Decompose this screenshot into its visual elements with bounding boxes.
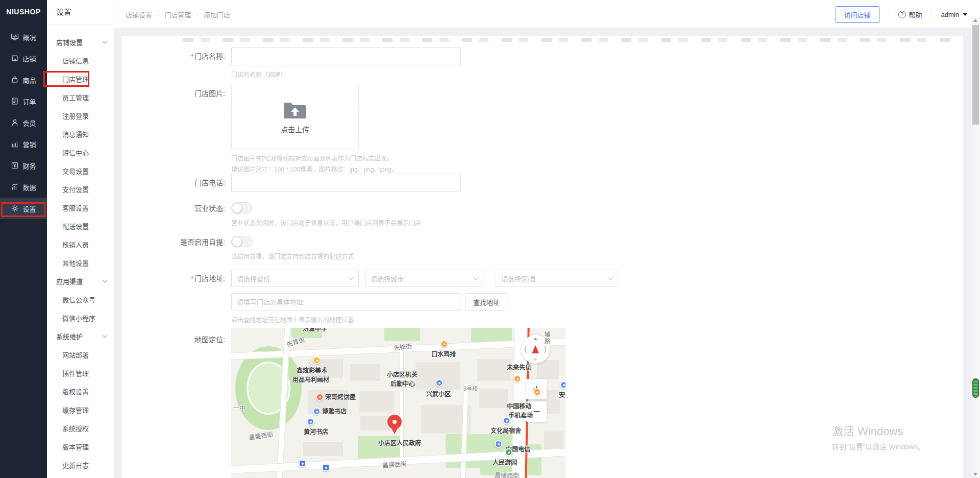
district-select[interactable]: 请选择区/县 <box>496 270 618 287</box>
sidebar-item-copyright[interactable]: 版权设置 <box>47 382 114 400</box>
sidebar-item-members[interactable]: 会员 <box>0 112 47 133</box>
sidebar-item-label: 版权设置 <box>62 387 89 396</box>
sidebar-item-system-license[interactable]: 系统授权 <box>47 419 114 437</box>
scrollbar-green-widget[interactable] <box>972 378 979 398</box>
top-header: 店铺设置 - 门店管理 - 添加门店 访问店铺 ? 帮助 admin <box>114 0 980 29</box>
sidebar-item-update-log[interactable]: 更新日志 <box>47 456 114 474</box>
sidebar-item-label: 设置 <box>22 204 36 213</box>
sidebar-item-label: 店铺 <box>22 54 36 63</box>
store-phone-input[interactable] <box>231 174 461 192</box>
app-window: NIUSHOP 概况店铺商品订单会员营销财务数据设置 设置 店铺设置店铺信息门店… <box>0 0 980 478</box>
sidebar-item-sms-center[interactable]: 短信中心 <box>47 143 114 161</box>
map-place-label: 人民游园 <box>493 458 517 466</box>
sidebar-item-other-settings[interactable]: 其他设置 <box>47 253 114 272</box>
sidebar-item-overview[interactable]: 概况 <box>0 26 47 47</box>
map-poi-marker <box>505 448 512 456</box>
map-canvas[interactable]: ( ) + − 汾潇中学先锋街先锋街口水鸡排未来先见鑫炫彩美术用品马利画材小店区… <box>231 328 566 478</box>
find-address-button[interactable]: 查找地址 <box>465 293 507 310</box>
self-pickup-toggle[interactable] <box>231 236 253 247</box>
breadcrumb-separator: - <box>196 11 198 18</box>
city-select[interactable]: 请选择城市 <box>365 270 483 287</box>
sidebar-item-delivery-settings[interactable]: 配送设置 <box>47 217 114 235</box>
sidebar-item-shop[interactable]: 店铺 <box>0 47 47 69</box>
store-phone-row: 门店电话: <box>122 174 951 192</box>
divider <box>932 10 932 18</box>
image-upload-box[interactable]: 点击上传 <box>231 85 359 149</box>
sidebar-item-label: 注册登录 <box>62 111 89 121</box>
sidebar-item-cache-manage[interactable]: 缓存管理 <box>47 400 114 419</box>
sidebar-item-orders[interactable]: 订单 <box>0 90 47 112</box>
toggle-knob <box>232 236 242 247</box>
sidebar-item-goods[interactable]: 商品 <box>0 69 47 90</box>
sidebar-item-label: 财务 <box>22 161 36 171</box>
sidebar-item-payment-settings[interactable]: 支付设置 <box>47 180 114 198</box>
map-pin[interactable] <box>387 415 402 436</box>
user-menu[interactable]: admin <box>941 11 968 18</box>
sidebar-item-trade-settings[interactable]: 交易设置 <box>47 161 114 180</box>
province-placeholder: 请选择省份 <box>237 274 270 283</box>
finance-icon <box>11 161 19 170</box>
sidebar-item-shop-info[interactable]: 店铺信息 <box>47 51 114 69</box>
sidebar-item-label: 客服设置 <box>62 203 89 212</box>
toggle-knob <box>232 203 242 213</box>
sidebar-item-store-management[interactable]: 门店管理 <box>47 69 114 88</box>
overview-icon <box>11 33 19 41</box>
sidebar-item-settings[interactable]: 设置 <box>0 198 47 219</box>
nav-group-label: 店铺设置 <box>56 37 83 47</box>
map-poi-marker <box>299 460 306 467</box>
nav-group-shop-settings[interactable]: 店铺设置 <box>47 33 114 51</box>
store-image-label: 门店图片: <box>122 85 231 173</box>
nav-group-app-channels[interactable]: 应用渠道 <box>47 272 114 290</box>
scrollbar-thumb[interactable] <box>972 25 979 125</box>
sidebar-item-label: 微信小程序 <box>62 313 95 323</box>
store-name-helper: 门店的名称（招牌） <box>231 70 951 79</box>
store-name-input[interactable] <box>231 47 461 65</box>
sidebar-item-verify-staff[interactable]: 核销人员 <box>47 235 114 253</box>
chevron-down-icon <box>963 13 968 16</box>
sidebar-item-marketing[interactable]: 营销 <box>0 133 47 155</box>
secondary-nav-title: 设置 <box>47 0 114 25</box>
map-place-label: 用品马利画材 <box>292 375 329 384</box>
province-select[interactable]: 请选择省份 <box>231 270 359 287</box>
header-actions: 访问店铺 ? 帮助 admin <box>836 0 968 29</box>
upload-text: 点击上传 <box>281 124 309 134</box>
sidebar-item-version-manage[interactable]: 版本管理 <box>47 437 114 456</box>
goods-icon <box>11 76 19 84</box>
sidebar-item-finance[interactable]: 财务 <box>0 155 47 176</box>
sidebar-item-service-settings[interactable]: 客服设置 <box>47 198 114 217</box>
map-poi-marker <box>322 464 330 471</box>
settings-icon <box>11 204 19 212</box>
sidebar-item-label: 消息通知 <box>62 129 89 139</box>
sidebar-item-staff-management[interactable]: 员工管理 <box>47 88 114 106</box>
members-icon <box>11 118 19 127</box>
visit-shop-button[interactable]: 访问店铺 <box>836 6 879 23</box>
map-place-label: 宋哥烤饼屋 <box>325 392 356 401</box>
sidebar-item-wechat-official[interactable]: 微信公众号 <box>47 290 114 308</box>
breadcrumb-item[interactable]: 门店管理 <box>164 10 191 19</box>
help-button[interactable]: ? 帮助 <box>898 10 922 19</box>
sidebar-item-message-notify[interactable]: 消息通知 <box>47 125 114 143</box>
sidebar-item-wechat-miniapp[interactable]: 微信小程序 <box>47 308 114 327</box>
marketing-icon <box>11 140 19 148</box>
sidebar-item-site-deploy[interactable]: 网站部署 <box>47 345 114 364</box>
scroll-down-arrow-icon[interactable] <box>973 473 977 476</box>
nav-group-system-maintenance[interactable]: 系统维护 <box>47 327 114 345</box>
store-address-row: *门店地址: 请选择省份 请选择城市 请选择区/县 <box>122 270 951 324</box>
sidebar-item-data[interactable]: 数据 <box>0 176 47 198</box>
map-place-label: 中国移动 <box>507 401 531 410</box>
nav-group-label: 应用渠道 <box>56 276 83 286</box>
map-place-label: 小店区人民政府 <box>378 438 421 447</box>
breadcrumb-item[interactable]: 店铺设置 <box>126 10 152 19</box>
page-scrollbar[interactable] <box>971 17 980 478</box>
address-detail-input[interactable] <box>231 293 460 310</box>
city-placeholder: 请选择城市 <box>371 274 404 283</box>
store-phone-label: 门店电话: <box>122 174 231 192</box>
map-row: 地图定位: <box>122 328 951 478</box>
sidebar-item-label: 核销人员 <box>62 240 89 249</box>
sidebar-item-register-login[interactable]: 注册登录 <box>47 106 114 125</box>
business-status-toggle[interactable] <box>231 202 253 213</box>
scroll-up-arrow-icon[interactable] <box>973 19 977 22</box>
map-place-label: 后勤中心 <box>390 379 415 388</box>
sidebar-item-plugin-manage[interactable]: 插件管理 <box>47 364 114 382</box>
map-place-label: 未来先见 <box>507 363 531 371</box>
